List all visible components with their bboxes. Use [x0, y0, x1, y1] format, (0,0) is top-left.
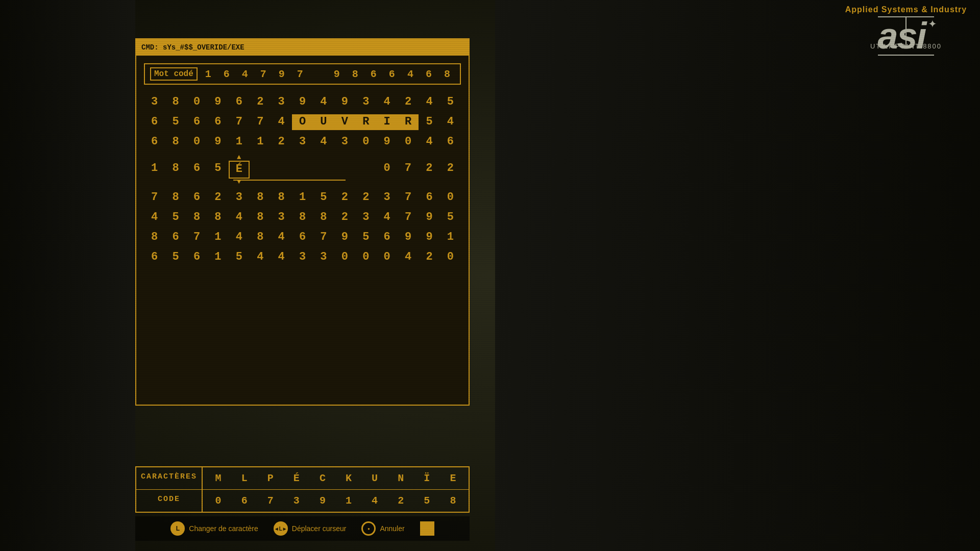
- cell: 4: [419, 134, 439, 150]
- cell: 7: [229, 114, 250, 130]
- cell: [292, 161, 313, 179]
- control-annuler: ● Annuler: [361, 521, 404, 536]
- cell: 4: [229, 210, 250, 226]
- code-cell-4: 4: [362, 495, 387, 507]
- cell: 0: [355, 134, 376, 150]
- cell: 9: [334, 94, 355, 110]
- cell: 7: [398, 210, 419, 226]
- cell: 6: [186, 249, 207, 265]
- cell: 7: [313, 230, 334, 245]
- code-cell-2: 2: [388, 495, 413, 507]
- yellow-indicator: [420, 521, 434, 536]
- code-cell-1: 1: [336, 495, 361, 507]
- char-cell-c: C: [310, 472, 335, 484]
- cell: 8: [313, 210, 334, 226]
- cell: 2: [398, 94, 419, 110]
- cell: 2: [271, 134, 291, 150]
- code-cell-8: 8: [440, 495, 465, 507]
- cell: 4: [271, 114, 291, 130]
- char-table-label-code: CODE: [136, 490, 203, 512]
- cell: 6: [186, 190, 207, 206]
- cell: 8: [144, 230, 165, 245]
- cell: 8: [271, 190, 291, 206]
- controls-bar: L Changer de caractère ◄L► Déplacer curs…: [135, 516, 470, 541]
- mot-code-seq1: 1 6 4 7 9 7 9 8 6 6 4 6 8: [205, 68, 453, 80]
- cell: 3: [292, 249, 313, 265]
- mot-code-row: Mot codé 1 6 4 7 9 7 9 8 6 6 4 6 8: [144, 63, 461, 85]
- asi-logo-text: asi: [878, 19, 926, 53]
- cell: 1: [207, 230, 228, 245]
- cell: 8: [165, 190, 186, 206]
- cell: 5: [165, 210, 186, 226]
- code-cell-9: 9: [310, 495, 335, 507]
- code-cell-3: 3: [284, 495, 309, 507]
- cell: 2: [419, 249, 439, 265]
- code-cell-0: 0: [206, 495, 231, 507]
- ouvrir-v: V: [334, 114, 355, 130]
- ouvrir-r2: R: [398, 114, 419, 130]
- cell: 8: [292, 210, 313, 226]
- arrow-up-icon: ▲: [237, 153, 241, 163]
- cell: 4: [229, 230, 250, 245]
- cell: 4: [271, 230, 291, 245]
- cell: 6: [165, 230, 186, 245]
- underline: [233, 180, 346, 181]
- number-grid: 3 8 0 9 6 2 3 9 4 9 3 4 2 4 5 6 5 6: [144, 92, 461, 267]
- char-cell-u: U: [362, 472, 387, 484]
- code-cell-7: 7: [258, 495, 283, 507]
- cell: 1: [440, 230, 461, 245]
- main-area: Mot codé 1 6 4 7 9 7 9 8 6 6 4 6 8 3 8 0…: [136, 56, 469, 343]
- right-panel: [495, 0, 980, 551]
- cell: 5: [355, 230, 376, 245]
- cell: 0: [334, 249, 355, 265]
- cell: 8: [250, 190, 271, 206]
- mot-code-label: Mot codé: [150, 67, 198, 81]
- code-cell-5: 5: [414, 495, 439, 507]
- cell: 4: [376, 210, 397, 226]
- deplacer-label: Déplacer curseur: [292, 524, 347, 533]
- char-cell-k: K: [336, 472, 361, 484]
- cell: 7: [398, 161, 419, 179]
- cell: 3: [271, 94, 291, 110]
- grid-row-selected: 1 8 6 5 ▲ É ▼ 0 7 2 2: [144, 152, 461, 188]
- char-cell-e: E: [440, 472, 465, 484]
- char-cells-row2: 0 6 7 3 9 1 4 2 5 8: [203, 490, 469, 512]
- cell: 4: [419, 94, 439, 110]
- cell: 2: [419, 161, 439, 179]
- ouvrir-r1: R: [355, 114, 376, 130]
- cell: 5: [165, 114, 186, 130]
- selected-e-cell[interactable]: ▲ É ▼: [229, 161, 250, 179]
- cell: 6: [376, 230, 397, 245]
- cell: 3: [229, 190, 250, 206]
- cell: 2: [334, 210, 355, 226]
- cell: 0: [355, 249, 376, 265]
- cell: 1: [250, 134, 271, 150]
- cell: 7: [144, 190, 165, 206]
- cell: 0: [186, 94, 207, 110]
- cell: 5: [165, 249, 186, 265]
- char-table-row-code: CODE 0 6 7 3 9 1 4 2 5 8: [136, 490, 469, 512]
- ouvrir-i: I: [376, 114, 397, 130]
- l-button-deplacer[interactable]: ◄L►: [274, 521, 288, 536]
- changer-label: Changer de caractère: [189, 524, 258, 533]
- cell: 4: [144, 210, 165, 226]
- cell: 6: [419, 190, 439, 206]
- cmd-label: CMD: sYs_#$$_OVERIDE/EXE: [141, 43, 244, 52]
- terminal-window: CMD: sYs_#$$_OVERIDE/EXE Mot codé 1 6 4 …: [135, 38, 470, 406]
- cell: 4: [250, 249, 271, 265]
- star-icon: ✦: [928, 14, 937, 32]
- char-table-row-chars: CARACTÈRES M L P É C K U N Ï E: [136, 467, 469, 490]
- cell: 2: [440, 161, 461, 179]
- cell: 5: [440, 94, 461, 110]
- cell: 5: [440, 210, 461, 226]
- o-button-annuler[interactable]: ●: [361, 521, 376, 536]
- code-cell-6: 6: [232, 495, 257, 507]
- annuler-label: Annuler: [380, 524, 404, 533]
- cell: 0: [186, 134, 207, 150]
- cell: 9: [207, 94, 228, 110]
- cell: 1: [207, 249, 228, 265]
- cell: 3: [355, 94, 376, 110]
- control-changer: L Changer de caractère: [170, 521, 258, 536]
- l-button-changer[interactable]: L: [170, 521, 185, 536]
- cell: 6: [229, 94, 250, 110]
